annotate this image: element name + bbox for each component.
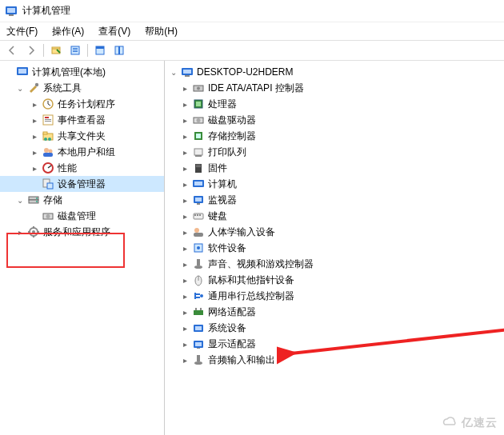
twisty-icon[interactable]: ▸: [179, 308, 190, 317]
forward-button[interactable]: [22, 42, 40, 58]
menu-file[interactable]: 文件(F): [3, 23, 41, 40]
twisty-icon[interactable]: ▸: [179, 116, 190, 125]
device-category[interactable]: ▸存储控制器: [165, 128, 504, 144]
twisty-icon[interactable]: ▸: [179, 340, 190, 349]
mouse-icon: [192, 273, 205, 286]
back-button[interactable]: [3, 42, 21, 58]
tree-label: IDE ATA/ATAPI 控制器: [208, 82, 304, 95]
tree-task-scheduler[interactable]: ▸ 任务计划程序: [0, 96, 164, 112]
disk-drive-icon: [192, 114, 205, 126]
twisty-icon[interactable]: ▸: [29, 164, 40, 173]
device-category[interactable]: ▸IDE ATA/ATAPI 控制器: [165, 80, 504, 96]
twisty-icon[interactable]: ▸: [179, 260, 190, 269]
device-category[interactable]: ▸监视器: [165, 192, 504, 208]
tree-device-manager[interactable]: ▸ 设备管理器: [0, 176, 164, 192]
twisty-icon[interactable]: ▸: [179, 324, 190, 333]
tree-root[interactable]: ▶ 计算机管理(本地): [0, 64, 164, 80]
device-category[interactable]: ▸鼠标和其他指针设备: [165, 272, 504, 288]
tree-label: 键盘: [208, 210, 227, 223]
twisty-icon[interactable]: ▸: [179, 276, 190, 285]
twisty-icon[interactable]: ▸: [179, 228, 190, 237]
twisty-icon[interactable]: ⌄: [14, 196, 26, 205]
twisty-icon[interactable]: ▸: [179, 132, 190, 141]
device-manager-icon: [42, 178, 54, 190]
svg-rect-52: [196, 165, 201, 166]
firmware-icon: [192, 162, 205, 174]
toolbar: [0, 40, 504, 61]
twisty-icon[interactable]: ▸: [179, 356, 190, 365]
device-category[interactable]: ▸音频输入和输出: [165, 352, 504, 368]
twisty-icon[interactable]: ▸: [179, 84, 190, 93]
tree-label: 计算机: [208, 178, 237, 191]
device-category[interactable]: ▸软件设备: [165, 240, 504, 256]
device-category[interactable]: ▸处理器: [165, 96, 504, 112]
processor-icon: [192, 98, 205, 110]
svg-point-14: [35, 83, 38, 86]
menu-view[interactable]: 查看(V): [95, 23, 134, 40]
device-root[interactable]: ⌄ DESKTOP-U2HDERM: [165, 64, 504, 80]
device-category[interactable]: ▸固件: [165, 160, 504, 176]
twisty-icon[interactable]: ⌄: [14, 84, 26, 93]
svg-rect-2: [9, 14, 14, 16]
device-category[interactable]: ▸磁盘驱动器: [165, 112, 504, 128]
twisty-icon[interactable]: ▸: [179, 164, 190, 173]
svg-rect-17: [45, 117, 49, 118]
svg-point-68: [194, 265, 202, 269]
twisty-icon[interactable]: ▸: [29, 148, 40, 157]
twisty-icon[interactable]: ▸: [179, 180, 190, 189]
system-device-icon: [192, 321, 205, 334]
right-device-pane[interactable]: ⌄ DESKTOP-U2HDERM ▸IDE ATA/ATAPI 控制器▸处理器…: [165, 61, 504, 435]
tree-label: 网络适配器: [208, 305, 256, 319]
svg-rect-21: [43, 132, 47, 134]
device-category[interactable]: ▸显示适配器: [165, 336, 504, 352]
tree-disk-mgmt[interactable]: ▸ 磁盘管理: [0, 208, 164, 224]
twisty-icon[interactable]: ▸: [179, 292, 190, 301]
device-category[interactable]: ▸系统设备: [165, 320, 504, 336]
event-icon: [42, 114, 54, 126]
twisty-icon[interactable]: ▸: [179, 148, 190, 157]
device-category[interactable]: ▸计算机: [165, 176, 504, 192]
tree-label: 服务和应用程序: [43, 225, 110, 239]
svg-rect-19: [45, 121, 51, 122]
tree-label: 人体学输入设备: [208, 225, 275, 239]
twisty-icon[interactable]: ▸: [29, 116, 40, 125]
left-tree-pane[interactable]: ▶ 计算机管理(本地) ⌄ 系统工具 ▸ 任务计划程序 ▸ 事件查看器 ▸ 共享…: [0, 61, 165, 435]
svg-rect-57: [195, 198, 202, 202]
menu-help[interactable]: 帮助(H): [142, 23, 181, 40]
twisty-icon[interactable]: ▸: [29, 132, 40, 141]
computer-mgmt-icon: [16, 66, 29, 78]
services-icon: [27, 225, 40, 238]
device-category[interactable]: ▸声音、视频和游戏控制器: [165, 256, 504, 272]
device-category[interactable]: ▸网络适配器: [165, 304, 504, 320]
device-category[interactable]: ▸通用串行总线控制器: [165, 288, 504, 304]
tree-services-apps[interactable]: ▸ 服务和应用程序: [0, 224, 164, 240]
svg-point-42: [197, 87, 200, 90]
tree-event-viewer[interactable]: ▸ 事件查看器: [0, 112, 164, 128]
twisty-icon[interactable]: ▸: [179, 100, 190, 109]
device-category[interactable]: ▸键盘: [165, 208, 504, 224]
svg-rect-67: [197, 259, 200, 265]
device-category[interactable]: ▸打印队列: [165, 144, 504, 160]
tree-system-tools[interactable]: ⌄ 系统工具: [0, 80, 164, 96]
tree-local-users[interactable]: ▸ 本地用户和组: [0, 144, 164, 160]
twisty-icon[interactable]: ▸: [179, 244, 190, 253]
refresh-button[interactable]: [91, 42, 109, 58]
properties-button[interactable]: [66, 42, 84, 58]
svg-rect-55: [194, 182, 202, 186]
tree-storage[interactable]: ⌄ 存储: [0, 192, 164, 208]
twisty-icon[interactable]: ▸: [14, 228, 26, 237]
twisty-icon[interactable]: ▸: [179, 196, 190, 205]
tree-performance[interactable]: ▸ 性能: [0, 160, 164, 176]
twisty-icon[interactable]: ▸: [179, 212, 190, 221]
svg-rect-62: [199, 214, 201, 216]
menu-action[interactable]: 操作(A): [49, 23, 87, 40]
device-category[interactable]: ▸人体学输入设备: [165, 224, 504, 240]
svg-point-46: [197, 118, 201, 122]
scope-button[interactable]: [47, 42, 65, 58]
svg-rect-58: [197, 203, 200, 205]
clock-icon: [42, 98, 54, 110]
twisty-icon[interactable]: ⌄: [168, 68, 179, 77]
help-button[interactable]: [110, 42, 128, 58]
twisty-icon[interactable]: ▸: [29, 100, 40, 109]
tree-shared-folders[interactable]: ▸ 共享文件夹: [0, 128, 164, 144]
